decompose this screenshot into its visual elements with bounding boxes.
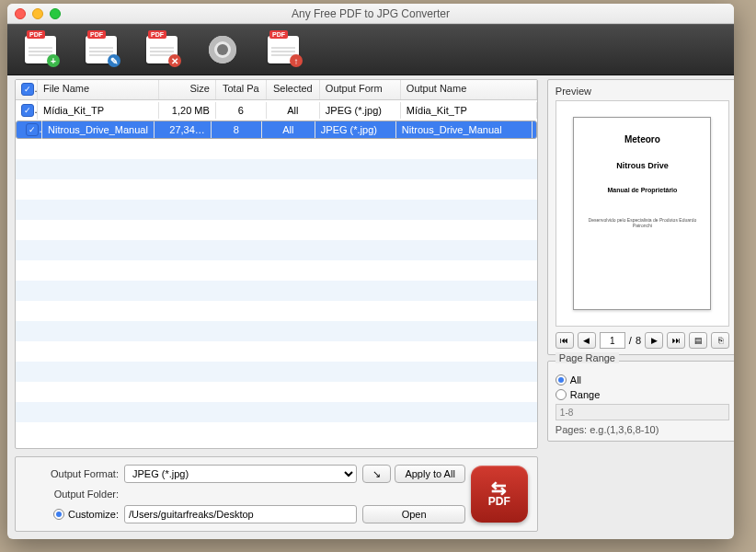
col-output-name[interactable]: Output Name	[401, 80, 537, 99]
table-row	[16, 301, 537, 321]
table-row	[16, 159, 537, 179]
output-format-select[interactable]: JPEG (*.jpg)	[124, 465, 357, 483]
preview-box: Meteoro Nitrous Drive Manual de Propriet…	[556, 100, 729, 327]
window-title: Any Free PDF to JPG Converter	[7, 7, 734, 20]
table-row	[16, 402, 537, 422]
gear-icon	[209, 36, 236, 63]
range-custom-radio[interactable]	[556, 389, 567, 400]
content-area: ✓ File Name Size Total Pa Selected Outpu…	[7, 75, 734, 539]
col-filename[interactable]: File Name	[38, 80, 159, 99]
page-view-button[interactable]: ▤	[689, 332, 707, 349]
total-pages: 8	[636, 335, 641, 346]
preview-panel: Preview Meteoro Nitrous Drive Manual de …	[547, 79, 734, 355]
apply-to-all-button[interactable]: Apply to All	[395, 465, 464, 483]
col-output-format[interactable]: Output Form	[320, 80, 401, 99]
edit-pdf-button[interactable]: ✎	[83, 31, 120, 68]
row-checkbox[interactable]: ✓	[21, 104, 34, 117]
table-row[interactable]: ✓ Mídia_Kit_TP1,20 MB6 AllJPEG (*.jpg)Mí…	[16, 100, 537, 121]
prev-page-button[interactable]: ◀	[578, 332, 596, 349]
col-size[interactable]: Size	[159, 80, 216, 99]
header-checkbox[interactable]: ✓	[16, 80, 38, 99]
file-table: ✓ File Name Size Total Pa Selected Outpu…	[15, 79, 538, 449]
customize-label: Customize:	[68, 509, 119, 520]
output-folder-label: Output Folder:	[25, 489, 119, 500]
output-settings: Output Format: JPEG (*.jpg) ↘ Apply to A…	[15, 456, 538, 532]
table-row	[16, 281, 537, 301]
left-pane: ✓ File Name Size Total Pa Selected Outpu…	[15, 79, 538, 532]
col-selected[interactable]: Selected	[267, 80, 320, 99]
output-path-input[interactable]	[124, 505, 357, 523]
format-options-button[interactable]: ↘	[362, 465, 391, 483]
page-range-panel: Page Range All Range Pages: e.g.(1,3,6,8…	[547, 361, 734, 442]
table-header: ✓ File Name Size Total Pa Selected Outpu…	[16, 80, 537, 100]
output-format-label: Output Format:	[25, 468, 119, 479]
table-row	[16, 341, 537, 362]
table-row	[16, 200, 537, 220]
table-row	[16, 240, 537, 260]
main-toolbar: + ✎ ✕ ↑	[7, 24, 734, 75]
table-row	[16, 260, 537, 281]
app-window: Any Free PDF to JPG Converter + ✎ ✕ ↑ ✓ …	[7, 4, 734, 539]
add-pdf-button[interactable]: +	[22, 31, 59, 68]
preview-page: Meteoro Nitrous Drive Manual de Propriet…	[573, 117, 711, 310]
settings-button[interactable]	[204, 31, 241, 68]
page-range-label: Page Range	[556, 352, 619, 363]
range-all-radio[interactable]	[556, 374, 567, 385]
next-page-button[interactable]: ▶	[645, 332, 663, 349]
open-folder-button[interactable]: Open	[362, 505, 464, 523]
table-row	[16, 362, 537, 382]
table-row[interactable]: ✓ Nitrous_Drive_Manual27,34…8 AllJPEG (*…	[16, 121, 537, 139]
preview-label: Preview	[556, 86, 729, 97]
table-body: ✓ Mídia_Kit_TP1,20 MB6 AllJPEG (*.jpg)Mí…	[16, 100, 537, 448]
first-page-button[interactable]: ⏮	[556, 332, 574, 349]
table-row	[16, 220, 537, 240]
range-hint: Pages: e.g.(1,3,6,8-10)	[556, 424, 729, 435]
page-number-input[interactable]	[600, 332, 625, 349]
right-pane: Preview Meteoro Nitrous Drive Manual de …	[547, 79, 734, 532]
col-total-pages[interactable]: Total Pa	[216, 80, 267, 99]
preview-pager: ⏮ ◀ / 8 ▶ ⏭ ▤ ⎘	[556, 332, 729, 349]
table-row	[16, 321, 537, 341]
table-row	[16, 382, 537, 402]
row-checkbox[interactable]: ✓	[26, 123, 39, 136]
last-page-button[interactable]: ⏭	[667, 332, 685, 349]
titlebar: Any Free PDF to JPG Converter	[7, 4, 734, 24]
page-export-button[interactable]: ⎘	[711, 332, 729, 349]
convert-button[interactable]: ⇆PDF	[471, 466, 528, 523]
upload-pdf-button[interactable]: ↑	[265, 31, 302, 68]
range-input[interactable]	[556, 404, 729, 420]
table-row	[16, 139, 537, 159]
remove-pdf-button[interactable]: ✕	[143, 31, 180, 68]
table-row	[16, 179, 537, 200]
customize-radio[interactable]	[53, 509, 64, 520]
